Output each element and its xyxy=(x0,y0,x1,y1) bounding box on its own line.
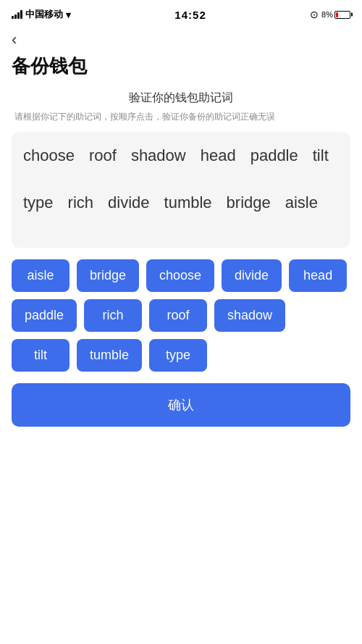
confirm-button-container: 确认 xyxy=(12,383,350,427)
battery-percent: 8% xyxy=(321,10,333,19)
back-button[interactable]: ‹ xyxy=(0,26,28,48)
word-button-divide[interactable]: divide xyxy=(222,259,282,292)
page-title: 备份钱包 xyxy=(0,48,362,91)
section-title: 验证你的钱包助记词 xyxy=(12,91,350,106)
display-word: rich xyxy=(68,193,93,212)
word-button-bridge[interactable]: bridge xyxy=(77,259,139,292)
status-right: ⊙ 8% xyxy=(310,9,350,20)
word-button-tumble[interactable]: tumble xyxy=(77,339,142,372)
signal-icon xyxy=(12,10,22,19)
wifi-icon: ▾ xyxy=(66,9,71,20)
battery-fill xyxy=(336,12,338,17)
word-button-paddle[interactable]: paddle xyxy=(12,299,77,332)
word-buttons-container: aislebridgechoosedivideheadpaddlerichroo… xyxy=(12,259,350,372)
display-word: tumble xyxy=(164,193,212,212)
display-word: head xyxy=(201,146,236,165)
word-button-rich[interactable]: rich xyxy=(84,299,142,332)
display-word: tilt xyxy=(313,146,329,165)
battery-container: 8% xyxy=(321,10,350,19)
word-button-type[interactable]: type xyxy=(149,339,207,372)
display-word: shadow xyxy=(131,146,186,165)
word-button-choose[interactable]: choose xyxy=(146,259,214,292)
display-word: roof xyxy=(89,146,117,165)
display-word: aisle xyxy=(285,193,318,212)
status-bar: 中国移动 ▾ 14:52 ⊙ 8% xyxy=(0,0,362,26)
confirm-button[interactable]: 确认 xyxy=(12,383,350,427)
section-header: 验证你的钱包助记词 请根据你记下的助记词，按顺序点击，验证你备份的助记词正确无误 xyxy=(12,91,350,123)
display-word: type xyxy=(23,193,54,212)
word-button-head[interactable]: head xyxy=(289,259,347,292)
circular-icon: ⊙ xyxy=(310,9,319,20)
section-desc: 请根据你记下的助记词，按顺序点击，验证你备份的助记词正确无误 xyxy=(12,110,350,123)
back-arrow-icon: ‹ xyxy=(12,30,17,49)
battery-icon xyxy=(334,11,350,19)
word-display-area: chooseroofshadowheadpaddletilttyperichdi… xyxy=(12,132,350,248)
word-button-aisle[interactable]: aisle xyxy=(12,259,70,292)
word-button-shadow[interactable]: shadow xyxy=(214,299,285,332)
display-word: bridge xyxy=(227,193,271,212)
status-carrier: 中国移动 ▾ xyxy=(12,8,71,21)
word-button-roof[interactable]: roof xyxy=(149,299,207,332)
status-time: 14:52 xyxy=(174,9,206,21)
word-button-tilt[interactable]: tilt xyxy=(12,339,70,372)
display-word: paddle xyxy=(251,146,298,165)
display-word: choose xyxy=(23,146,75,165)
carrier-name: 中国移动 xyxy=(25,8,63,21)
display-word: divide xyxy=(108,193,149,212)
